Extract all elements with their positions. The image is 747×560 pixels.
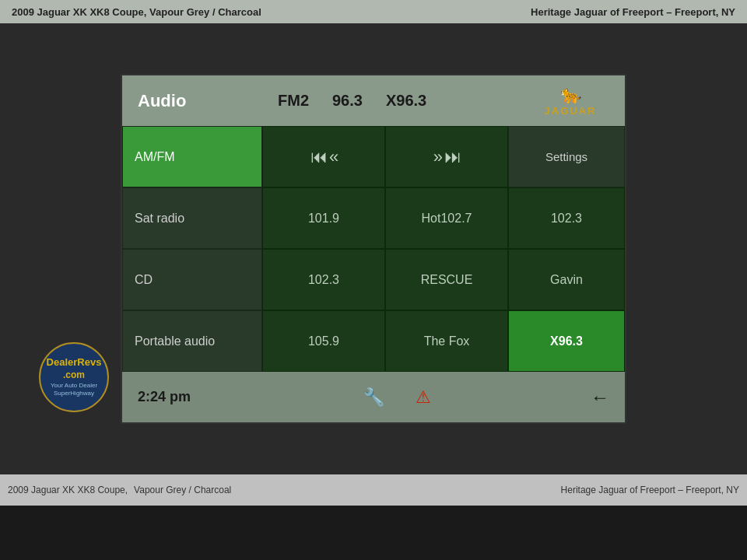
preset-name-1[interactable]: Hot102.7 — [385, 187, 508, 249]
page-title-left: 2009 Jaguar XK XK8 Coupe, Vapour Grey / … — [12, 6, 261, 18]
clock-display: 2:24 pm — [138, 389, 231, 405]
dealer-info: Heritage Jaguar of Freeport – Freeport, … — [335, 485, 739, 495]
cd-button[interactable]: CD — [122, 249, 262, 310]
preset-freq-2[interactable]: 102.3 — [262, 249, 385, 310]
warning-icon: ⚠ — [416, 387, 431, 408]
brand-logo: 🐆 JAGUAR — [531, 85, 609, 117]
screen-content: AM/FM ⏮ « » ⏭ Settings Sat radio 101.9 H… — [122, 126, 625, 372]
preset-name-3[interactable]: The Fox — [385, 310, 508, 372]
bottom-bar: 2009 Jaguar XK XK8 Coupe, Vapour Grey / … — [0, 474, 747, 506]
jaguar-cat-icon: 🐆 — [560, 85, 581, 105]
watermark: DealerRevs .com Your Auto Dealer SuperHi… — [39, 342, 109, 412]
skip-back-icon: ⏮ « — [310, 147, 337, 167]
color-info: Vapour Grey / Charcoal — [134, 485, 231, 495]
preset-alt-2[interactable]: Gavin — [508, 249, 625, 310]
car-color-info: 2009 Jaguar XK XK8 Coupe, Vapour Grey / … — [8, 485, 319, 495]
car-model-info: 2009 Jaguar XK XK8 Coupe, — [8, 485, 128, 495]
watermark-site: DealerRevs — [47, 356, 102, 369]
screen-footer: 2:24 pm 🔧 ⚠ ← — [122, 372, 625, 422]
settings-icon[interactable]: 🔧 — [363, 387, 384, 408]
preset-freq-3[interactable]: 105.9 — [262, 310, 385, 372]
sat-radio-button[interactable]: Sat radio — [122, 187, 262, 249]
infotainment-screen: Audio FM2 96.3 X96.3 🐆 JAGUAR AM/FM ⏮ « … — [121, 74, 626, 424]
skip-forward-icon: » ⏭ — [433, 147, 460, 167]
station-info: FM2 96.3 X96.3 — [278, 92, 531, 110]
page-title-right: Heritage Jaguar of Freeport – Freeport, … — [531, 6, 735, 18]
audio-label: Audio — [138, 91, 278, 111]
back-arrow-icon: ← — [591, 387, 609, 408]
amfm-button[interactable]: AM/FM — [122, 126, 262, 187]
back-button[interactable]: ← — [563, 387, 609, 408]
brand-name: JAGUAR — [545, 105, 597, 117]
preset-alt-3-active[interactable]: X96.3 — [508, 310, 625, 372]
watermark-tagline: Your Auto Dealer SuperHighway — [40, 382, 107, 398]
next-button[interactable]: » ⏭ — [385, 126, 508, 187]
portable-audio-button[interactable]: Portable audio — [122, 310, 262, 372]
fm-band: FM2 — [278, 92, 309, 110]
preset-freq-1[interactable]: 101.9 — [262, 187, 385, 249]
photo-area: Audio FM2 96.3 X96.3 🐆 JAGUAR AM/FM ⏮ « … — [0, 23, 747, 474]
screen-header: Audio FM2 96.3 X96.3 🐆 JAGUAR — [122, 75, 625, 126]
station-name: X96.3 — [386, 92, 426, 110]
preset-alt-1[interactable]: 102.3 — [508, 187, 625, 249]
watermark-dot-com: .com — [63, 369, 85, 382]
footer-icons: 🔧 ⚠ — [247, 387, 547, 408]
preset-name-2[interactable]: RESCUE — [385, 249, 508, 310]
frequency: 96.3 — [332, 92, 363, 110]
prev-button[interactable]: ⏮ « — [262, 126, 385, 187]
page-title-bar: 2009 Jaguar XK XK8 Coupe, Vapour Grey / … — [0, 0, 747, 23]
settings-button[interactable]: Settings — [508, 126, 625, 187]
